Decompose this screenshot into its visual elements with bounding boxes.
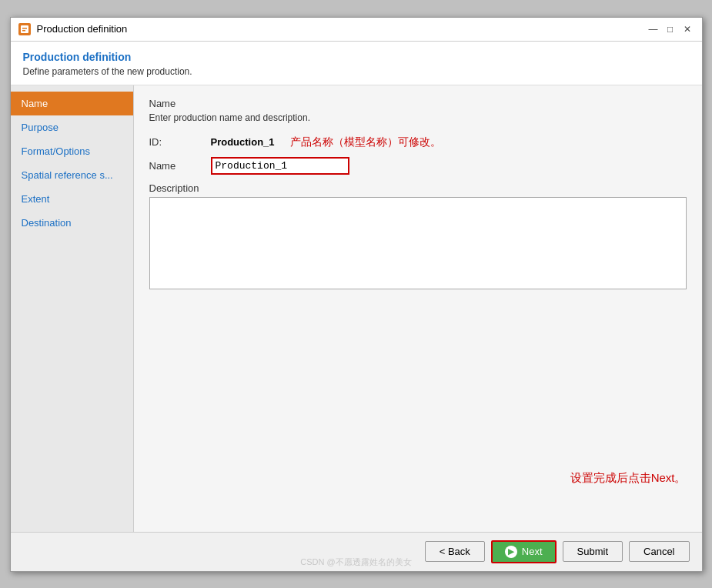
sidebar-item-format-options[interactable]: Format/Options	[11, 139, 133, 163]
submit-button[interactable]: Submit	[563, 541, 623, 562]
panel-title: Name	[149, 98, 687, 109]
back-button[interactable]: < Back	[425, 541, 485, 562]
app-icon	[18, 23, 31, 35]
bottom-annotation: 设置完成后点击Next。	[570, 471, 687, 486]
sidebar-item-extent[interactable]: Extent	[11, 187, 133, 211]
name-input[interactable]	[211, 157, 349, 175]
sidebar-item-spatial-reference[interactable]: Spatial reference s...	[11, 163, 133, 187]
svg-rect-1	[22, 28, 27, 29]
sidebar-item-purpose[interactable]: Purpose	[11, 115, 133, 139]
maximize-button[interactable]: □	[664, 22, 677, 36]
next-button[interactable]: ▶ Next	[491, 540, 557, 563]
id-value: Production_1	[211, 136, 275, 148]
cancel-button[interactable]: Cancel	[629, 541, 689, 562]
name-row: Name	[149, 157, 687, 175]
close-button[interactable]: ✕	[680, 22, 694, 36]
title-bar-left: Production definition	[18, 23, 128, 35]
sidebar-item-destination[interactable]: Destination	[11, 211, 133, 235]
minimize-button[interactable]: —	[647, 22, 660, 36]
next-icon: ▶	[505, 546, 517, 558]
header-title: Production definition	[23, 51, 690, 63]
description-textarea[interactable]	[149, 197, 687, 289]
panel-subtitle: Enter production name and description.	[149, 112, 687, 123]
description-label: Description	[149, 182, 687, 194]
svg-rect-2	[22, 30, 25, 32]
window-title: Production definition	[37, 23, 128, 35]
sidebar: Name Purpose Format/Options Spatial refe…	[11, 85, 134, 532]
id-annotation: 产品名称（模型名称）可修改。	[290, 135, 441, 149]
main-window: Production definition — □ ✕ Production d…	[10, 17, 703, 572]
svg-rect-0	[21, 25, 28, 33]
id-row: ID: Production_1 产品名称（模型名称）可修改。	[149, 135, 687, 149]
name-label: Name	[149, 160, 211, 172]
content-area: Name Purpose Format/Options Spatial refe…	[11, 85, 702, 532]
sidebar-item-name[interactable]: Name	[11, 92, 133, 115]
header-section: Production definition Define parameters …	[11, 42, 702, 85]
watermark: CSDN @不愿透露姓名的美女	[300, 556, 411, 568]
header-subtitle: Define parameters of the new production.	[23, 66, 690, 77]
window-controls: — □ ✕	[647, 22, 694, 36]
main-panel: Name Enter production name and descripti…	[134, 85, 702, 532]
id-label: ID:	[149, 136, 211, 148]
title-bar: Production definition — □ ✕	[11, 18, 702, 42]
footer: < Back ▶ Next Submit Cancel CSDN @不愿透露姓名…	[11, 532, 702, 571]
